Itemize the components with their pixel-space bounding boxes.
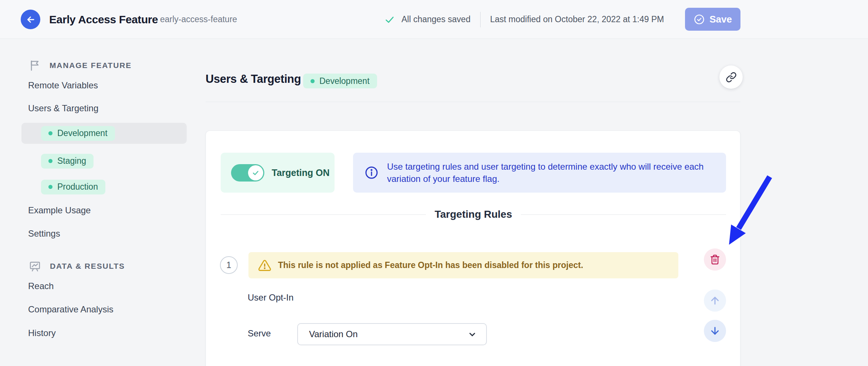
targeting-toggle-box: Targeting ON	[221, 153, 335, 193]
title-divider	[206, 102, 740, 102]
rule-name: User Opt-In	[248, 292, 294, 303]
env-label: Staging	[57, 156, 86, 166]
divider-line	[521, 214, 726, 215]
env-label: Development	[57, 128, 108, 138]
share-link-button[interactable]	[719, 65, 743, 89]
sidebar-section-data-results: DATA & RESULTS	[29, 260, 125, 273]
targeting-card: Targeting ON Use targeting rules and use…	[206, 131, 740, 366]
check-icon	[384, 14, 395, 25]
env-dot-icon	[311, 79, 315, 83]
env-label: Production	[57, 182, 98, 192]
feature-title: Early Access Feature	[49, 0, 158, 39]
page-title: Users & Targeting	[206, 72, 301, 86]
section-label: DATA & RESULTS	[50, 262, 125, 271]
warning-triangle-icon	[258, 259, 271, 272]
sidebar-item-remote-variables[interactable]: Remote Variables	[28, 79, 98, 92]
last-modified-text: Last modified on October 22, 2022 at 1:4…	[490, 14, 664, 24]
toggle-knob	[248, 165, 263, 180]
sidebar-item-settings[interactable]: Settings	[28, 227, 60, 240]
targeting-toggle[interactable]	[231, 164, 264, 182]
env-dot-icon	[48, 131, 52, 135]
section-label: MANAGE FEATURE	[50, 61, 132, 70]
flag-icon	[29, 60, 41, 71]
environment-badge: Production	[41, 180, 105, 194]
trash-icon	[709, 254, 720, 265]
environment-badge: Development	[41, 126, 115, 141]
link-icon	[726, 72, 737, 83]
env-dot-icon	[48, 159, 52, 163]
info-icon	[364, 165, 379, 180]
page-environment-badge: Development	[303, 74, 377, 88]
move-rule-up-button[interactable]	[704, 289, 726, 312]
chart-board-icon	[29, 260, 41, 272]
environment-badge: Staging	[41, 154, 94, 169]
feature-key: early-access-feature	[160, 0, 237, 39]
sidebar: MANAGE FEATURE Remote Variables Users & …	[0, 39, 196, 366]
sidebar-item-reach[interactable]: Reach	[28, 279, 54, 293]
sidebar-item-history[interactable]: History	[28, 326, 56, 340]
back-button[interactable]	[21, 10, 40, 29]
serve-label: Serve	[248, 328, 271, 339]
targeting-info-box: Use targeting rules and user targeting t…	[353, 153, 726, 193]
app-header: Early Access Feature early-access-featur…	[0, 0, 868, 39]
sidebar-item-example-usage[interactable]: Example Usage	[28, 204, 91, 217]
delete-rule-button[interactable]	[704, 248, 726, 271]
rule-warning-banner: This rule is not applied as Feature Opt-…	[248, 252, 678, 278]
arrow-left-icon	[26, 14, 36, 25]
sidebar-env-staging[interactable]: Staging	[21, 150, 187, 172]
sidebar-item-comparative-analysis[interactable]: Comparative Analysis	[28, 303, 113, 316]
arrow-down-icon	[709, 325, 721, 337]
sidebar-item-users-targeting[interactable]: Users & Targeting	[28, 102, 98, 115]
save-button-label: Save	[709, 14, 732, 25]
chevron-down-icon	[467, 329, 477, 339]
serve-variation-dropdown[interactable]: Variation On	[297, 323, 487, 345]
move-rule-down-button[interactable]	[704, 320, 726, 342]
targeting-info-text: Use targeting rules and user targeting t…	[387, 160, 715, 185]
serve-selected-value: Variation On	[309, 329, 358, 339]
env-dot-icon	[48, 185, 52, 189]
save-button[interactable]: Save	[685, 8, 740, 31]
save-status-group: All changes saved Last modified on Octob…	[384, 0, 664, 39]
sidebar-env-development[interactable]: Development	[21, 123, 187, 144]
sidebar-section-manage-feature: MANAGE FEATURE	[29, 59, 132, 72]
rule-warning-text: This rule is not applied as Feature Opt-…	[278, 260, 583, 270]
targeting-toggle-label: Targeting ON	[272, 167, 329, 178]
arrow-up-icon	[709, 295, 721, 306]
targeting-rules-divider: Targeting Rules	[221, 207, 726, 222]
saved-status-text: All changes saved	[401, 14, 471, 24]
rule-number-badge: 1	[220, 256, 238, 274]
targeting-rules-heading: Targeting Rules	[435, 209, 512, 220]
divider-line	[221, 214, 426, 215]
sidebar-env-production[interactable]: Production	[21, 176, 187, 197]
env-label: Development	[319, 76, 370, 86]
check-circle-icon	[694, 14, 705, 25]
header-divider	[480, 12, 481, 27]
